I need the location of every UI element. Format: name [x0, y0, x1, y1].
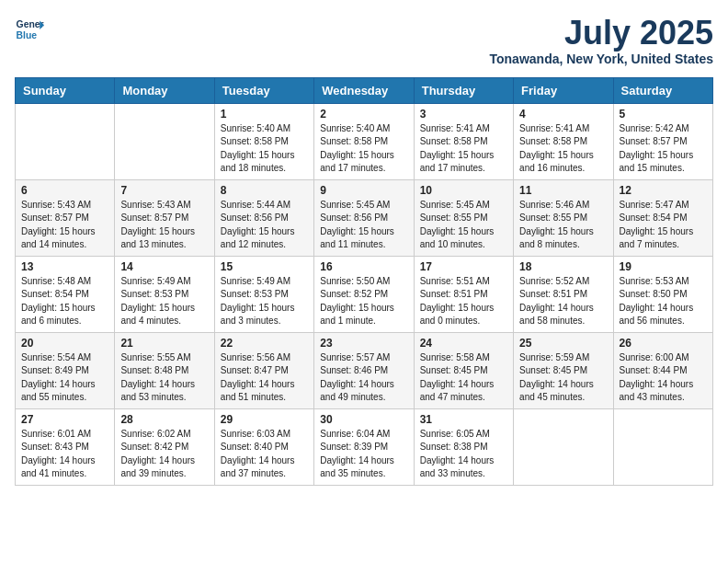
calendar-cell: 11Sunrise: 5:46 AM Sunset: 8:55 PM Dayli… [514, 179, 613, 256]
day-info: Sunrise: 5:51 AM Sunset: 8:51 PM Dayligh… [420, 275, 507, 328]
logo-icon: General Blue [15, 15, 44, 44]
calendar-cell: 13Sunrise: 5:48 AM Sunset: 8:54 PM Dayli… [16, 256, 115, 332]
day-info: Sunrise: 5:41 AM Sunset: 8:58 PM Dayligh… [519, 122, 607, 176]
calendar-cell: 8Sunrise: 5:44 AM Sunset: 8:56 PM Daylig… [214, 179, 313, 256]
calendar-header-row: SundayMondayTuesdayWednesdayThursdayFrid… [16, 77, 713, 103]
day-info: Sunrise: 5:49 AM Sunset: 8:53 PM Dayligh… [120, 275, 208, 328]
calendar-cell: 18Sunrise: 5:52 AM Sunset: 8:51 PM Dayli… [514, 256, 613, 332]
calendar-cell: 28Sunrise: 6:02 AM Sunset: 8:42 PM Dayli… [115, 408, 214, 485]
calendar-cell: 5Sunrise: 5:42 AM Sunset: 8:57 PM Daylig… [613, 103, 712, 179]
calendar-cell: 1Sunrise: 5:40 AM Sunset: 8:58 PM Daylig… [214, 103, 313, 179]
day-number: 9 [320, 184, 407, 197]
day-number: 23 [320, 337, 407, 350]
calendar-cell: 24Sunrise: 5:58 AM Sunset: 8:45 PM Dayli… [414, 332, 513, 408]
day-number: 22 [221, 337, 308, 350]
calendar-cell: 6Sunrise: 5:43 AM Sunset: 8:57 PM Daylig… [16, 179, 115, 256]
day-number: 13 [21, 260, 108, 273]
calendar-cell: 23Sunrise: 5:57 AM Sunset: 8:46 PM Dayli… [314, 332, 414, 408]
col-header-tuesday: Tuesday [214, 77, 313, 103]
day-number: 26 [620, 337, 707, 350]
calendar-cell: 10Sunrise: 5:45 AM Sunset: 8:55 PM Dayli… [414, 179, 513, 256]
col-header-wednesday: Wednesday [314, 77, 414, 103]
col-header-thursday: Thursday [414, 77, 513, 103]
day-number: 4 [519, 108, 607, 121]
calendar-cell: 12Sunrise: 5:47 AM Sunset: 8:54 PM Dayli… [613, 179, 712, 256]
col-header-friday: Friday [514, 77, 613, 103]
col-header-sunday: Sunday [16, 77, 115, 103]
calendar-cell: 25Sunrise: 5:59 AM Sunset: 8:45 PM Dayli… [514, 332, 613, 408]
calendar-cell: 26Sunrise: 6:00 AM Sunset: 8:44 PM Dayli… [613, 332, 712, 408]
logo: General Blue [15, 15, 44, 44]
day-number: 24 [420, 337, 507, 350]
calendar-cell: 31Sunrise: 6:05 AM Sunset: 8:38 PM Dayli… [414, 408, 513, 485]
calendar-cell [16, 103, 115, 179]
day-info: Sunrise: 5:41 AM Sunset: 8:58 PM Dayligh… [420, 122, 507, 176]
day-info: Sunrise: 6:00 AM Sunset: 8:44 PM Dayligh… [620, 351, 707, 405]
calendar-cell: 17Sunrise: 5:51 AM Sunset: 8:51 PM Dayli… [414, 256, 513, 332]
day-number: 28 [120, 413, 208, 426]
day-info: Sunrise: 5:49 AM Sunset: 8:53 PM Dayligh… [221, 275, 308, 328]
calendar-cell: 19Sunrise: 5:53 AM Sunset: 8:50 PM Dayli… [613, 256, 712, 332]
day-info: Sunrise: 5:44 AM Sunset: 8:56 PM Dayligh… [221, 199, 308, 252]
calendar-table: SundayMondayTuesdayWednesdayThursdayFrid… [15, 77, 713, 486]
calendar-cell: 22Sunrise: 5:56 AM Sunset: 8:47 PM Dayli… [214, 332, 313, 408]
calendar-cell: 14Sunrise: 5:49 AM Sunset: 8:53 PM Dayli… [115, 256, 214, 332]
calendar-cell: 15Sunrise: 5:49 AM Sunset: 8:53 PM Dayli… [214, 256, 313, 332]
day-number: 5 [620, 108, 707, 121]
day-info: Sunrise: 5:52 AM Sunset: 8:51 PM Dayligh… [519, 275, 607, 328]
day-number: 25 [519, 337, 607, 350]
day-info: Sunrise: 5:55 AM Sunset: 8:48 PM Dayligh… [120, 351, 208, 405]
day-info: Sunrise: 5:43 AM Sunset: 8:57 PM Dayligh… [21, 199, 108, 252]
day-number: 16 [320, 260, 407, 273]
col-header-saturday: Saturday [613, 77, 712, 103]
day-info: Sunrise: 6:04 AM Sunset: 8:39 PM Dayligh… [320, 428, 407, 481]
calendar-cell: 3Sunrise: 5:41 AM Sunset: 8:58 PM Daylig… [414, 103, 513, 179]
title-block: July 2025 Tonawanda, New York, United St… [490, 15, 714, 66]
month-year-title: July 2025 [490, 15, 714, 52]
day-info: Sunrise: 6:03 AM Sunset: 8:40 PM Dayligh… [221, 428, 308, 481]
day-info: Sunrise: 5:40 AM Sunset: 8:58 PM Dayligh… [221, 122, 308, 176]
day-number: 27 [21, 413, 108, 426]
day-info: Sunrise: 5:42 AM Sunset: 8:57 PM Dayligh… [620, 122, 707, 176]
day-number: 19 [620, 260, 707, 273]
day-number: 11 [519, 184, 607, 197]
page-header: General Blue July 2025 Tonawanda, New Yo… [15, 15, 713, 66]
day-info: Sunrise: 5:57 AM Sunset: 8:46 PM Dayligh… [320, 351, 407, 405]
day-info: Sunrise: 5:40 AM Sunset: 8:58 PM Dayligh… [320, 122, 407, 176]
week-row-5: 27Sunrise: 6:01 AM Sunset: 8:43 PM Dayli… [16, 408, 713, 485]
day-info: Sunrise: 5:50 AM Sunset: 8:52 PM Dayligh… [320, 275, 407, 328]
day-info: Sunrise: 5:53 AM Sunset: 8:50 PM Dayligh… [620, 275, 707, 328]
day-info: Sunrise: 5:48 AM Sunset: 8:54 PM Dayligh… [21, 275, 108, 328]
calendar-cell: 20Sunrise: 5:54 AM Sunset: 8:49 PM Dayli… [16, 332, 115, 408]
day-number: 6 [21, 184, 108, 197]
day-number: 30 [320, 413, 407, 426]
day-info: Sunrise: 6:01 AM Sunset: 8:43 PM Dayligh… [21, 428, 108, 481]
calendar-cell: 4Sunrise: 5:41 AM Sunset: 8:58 PM Daylig… [514, 103, 613, 179]
day-number: 10 [420, 184, 507, 197]
week-row-4: 20Sunrise: 5:54 AM Sunset: 8:49 PM Dayli… [16, 332, 713, 408]
day-number: 17 [420, 260, 507, 273]
day-info: Sunrise: 5:43 AM Sunset: 8:57 PM Dayligh… [120, 199, 208, 252]
day-info: Sunrise: 5:45 AM Sunset: 8:56 PM Dayligh… [320, 199, 407, 252]
calendar-cell: 9Sunrise: 5:45 AM Sunset: 8:56 PM Daylig… [314, 179, 414, 256]
calendar-cell: 29Sunrise: 6:03 AM Sunset: 8:40 PM Dayli… [214, 408, 313, 485]
day-number: 1 [221, 108, 308, 121]
week-row-1: 1Sunrise: 5:40 AM Sunset: 8:58 PM Daylig… [16, 103, 713, 179]
day-info: Sunrise: 5:58 AM Sunset: 8:45 PM Dayligh… [420, 351, 507, 405]
calendar-cell: 21Sunrise: 5:55 AM Sunset: 8:48 PM Dayli… [115, 332, 214, 408]
day-number: 31 [420, 413, 507, 426]
calendar-cell [115, 103, 214, 179]
calendar-cell: 2Sunrise: 5:40 AM Sunset: 8:58 PM Daylig… [314, 103, 414, 179]
day-info: Sunrise: 6:05 AM Sunset: 8:38 PM Dayligh… [420, 428, 507, 481]
day-number: 15 [221, 260, 308, 273]
day-info: Sunrise: 5:47 AM Sunset: 8:54 PM Dayligh… [620, 199, 707, 252]
svg-text:Blue: Blue [17, 30, 38, 40]
day-number: 18 [519, 260, 607, 273]
day-info: Sunrise: 6:02 AM Sunset: 8:42 PM Dayligh… [120, 428, 208, 481]
day-info: Sunrise: 5:54 AM Sunset: 8:49 PM Dayligh… [21, 351, 108, 405]
day-info: Sunrise: 5:56 AM Sunset: 8:47 PM Dayligh… [221, 351, 308, 405]
calendar-cell [613, 408, 712, 485]
day-number: 29 [221, 413, 308, 426]
day-number: 2 [320, 108, 407, 121]
day-info: Sunrise: 5:59 AM Sunset: 8:45 PM Dayligh… [519, 351, 607, 405]
